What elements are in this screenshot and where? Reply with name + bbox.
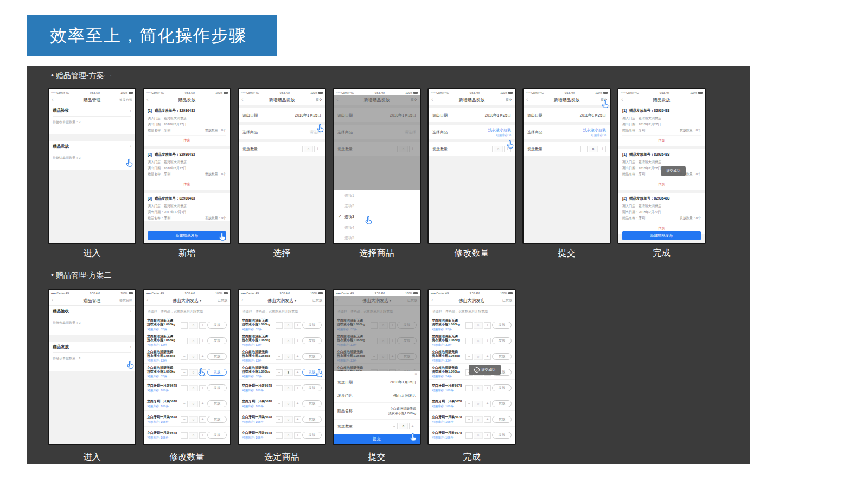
new-issue-button[interactable]: 新建赠品发放: [148, 231, 226, 240]
issue-button[interactable]: 发放: [492, 384, 512, 391]
minus-button[interactable]: −: [391, 423, 398, 429]
minus-button[interactable]: −: [276, 369, 283, 376]
minus-button[interactable]: −: [296, 146, 303, 152]
issue-button[interactable]: 发放: [492, 432, 512, 439]
minus-button[interactable]: −: [276, 338, 283, 344]
plus-button[interactable]: +: [294, 354, 301, 360]
picker-option[interactable]: ✓ 选项3: [334, 211, 420, 222]
plus-button[interactable]: +: [199, 354, 206, 360]
picker-option[interactable]: ✓ 选项1: [334, 190, 420, 201]
issued-link[interactable]: 已发放: [218, 296, 227, 305]
issue-button[interactable]: 发放: [492, 337, 512, 344]
issue-button[interactable]: 发放: [207, 432, 227, 439]
minus-button[interactable]: −: [181, 338, 188, 344]
minus-button[interactable]: −: [181, 322, 188, 329]
issue-button[interactable]: 发放: [207, 384, 227, 391]
issue-button[interactable]: 发放: [302, 432, 322, 439]
issue-button[interactable]: 发放: [207, 337, 227, 344]
minus-button[interactable]: −: [181, 432, 188, 439]
void-link[interactable]: 作废: [148, 135, 226, 146]
plus-button[interactable]: +: [294, 432, 301, 439]
plus-button[interactable]: +: [484, 416, 491, 423]
issue-button[interactable]: 发放: [492, 322, 512, 329]
manage-section[interactable]: 赠品验收 › 待验收单据数量：3: [49, 105, 135, 134]
minus-button[interactable]: −: [486, 146, 493, 152]
void-link[interactable]: 作废: [622, 135, 701, 146]
minus-button[interactable]: −: [276, 432, 283, 439]
plus-button[interactable]: +: [484, 354, 491, 360]
submit-link[interactable]: 提交: [316, 95, 322, 105]
minus-button[interactable]: −: [276, 385, 283, 391]
manage-section[interactable]: 赠品发放 › 待确认单据数量：3: [49, 141, 135, 170]
new-issue-button[interactable]: 新建赠品发放: [622, 231, 701, 240]
plus-button[interactable]: +: [484, 338, 491, 344]
plus-button[interactable]: +: [314, 146, 321, 152]
issue-button[interactable]: 发放: [492, 400, 512, 407]
minus-button[interactable]: −: [181, 385, 188, 391]
picker-option[interactable]: ✓ 选项5: [334, 233, 420, 243]
plus-button[interactable]: +: [294, 369, 301, 376]
minus-button[interactable]: −: [465, 416, 473, 423]
issue-button[interactable]: 发放: [302, 322, 322, 329]
ledger-link[interactable]: 签发台账: [119, 296, 132, 305]
minus-button[interactable]: −: [465, 322, 473, 329]
plus-button[interactable]: +: [294, 322, 301, 329]
issue-button[interactable]: 发放: [302, 400, 322, 407]
submit-link[interactable]: 提交: [506, 95, 512, 105]
issue-button[interactable]: 发放: [302, 416, 322, 423]
issued-link[interactable]: 已发放: [312, 296, 322, 305]
minus-button[interactable]: −: [181, 354, 188, 360]
issue-button[interactable]: 发放: [302, 384, 322, 391]
issue-button[interactable]: 发放: [207, 322, 227, 329]
plus-button[interactable]: +: [294, 416, 301, 423]
plus-button[interactable]: +: [199, 385, 206, 391]
plus-button[interactable]: +: [199, 322, 206, 329]
manage-section[interactable]: 赠品发放 › 待确认单据数量：3: [49, 342, 135, 371]
minus-button[interactable]: −: [276, 401, 283, 407]
plus-button[interactable]: +: [294, 385, 301, 391]
void-link[interactable]: 作废: [622, 179, 701, 190]
minus-button[interactable]: −: [465, 432, 473, 439]
form-row-product[interactable]: 选择商品 请选择: [239, 125, 325, 139]
minus-button[interactable]: −: [465, 338, 473, 344]
minus-button[interactable]: −: [276, 416, 283, 423]
plus-button[interactable]: +: [599, 146, 606, 152]
form-row-product[interactable]: 选择商品 洗衣液小瓶装 可用库存: 8: [524, 125, 610, 139]
plus-button[interactable]: +: [484, 401, 491, 407]
close-icon[interactable]: ×: [414, 372, 417, 376]
issue-button[interactable]: 发放: [302, 353, 322, 360]
plus-button[interactable]: +: [199, 401, 206, 407]
picker-option[interactable]: ✓ 选项2: [334, 201, 420, 211]
minus-button[interactable]: −: [276, 322, 283, 329]
void-link[interactable]: 作废: [148, 179, 226, 190]
plus-button[interactable]: +: [484, 322, 491, 329]
plus-button[interactable]: +: [199, 338, 206, 344]
minus-button[interactable]: −: [465, 354, 473, 360]
picker-option[interactable]: ✓ 选项4: [334, 222, 420, 233]
minus-button[interactable]: −: [465, 401, 473, 407]
minus-button[interactable]: −: [276, 354, 283, 360]
minus-button[interactable]: −: [181, 369, 188, 376]
plus-button[interactable]: +: [484, 385, 491, 391]
issue-button[interactable]: 发放: [207, 353, 227, 360]
manage-section[interactable]: 赠品验收 › 待验收单据数量：3: [49, 306, 135, 335]
minus-button[interactable]: −: [465, 385, 473, 391]
form-row-product[interactable]: 选择商品 洗衣液小瓶装 可用库存: 8: [429, 125, 515, 139]
issue-button[interactable]: 发放: [207, 400, 227, 407]
plus-button[interactable]: +: [294, 401, 301, 407]
plus-button[interactable]: +: [199, 416, 206, 423]
minus-button[interactable]: −: [181, 401, 188, 407]
ledger-link[interactable]: 签发台账: [119, 95, 132, 105]
submit-button[interactable]: 提交: [334, 434, 420, 444]
plus-button[interactable]: +: [199, 432, 206, 439]
issue-button[interactable]: 发放: [207, 369, 227, 376]
plus-button[interactable]: +: [409, 423, 416, 429]
issue-button[interactable]: 发放: [207, 416, 227, 423]
issue-button[interactable]: 发放: [492, 353, 512, 360]
issue-button[interactable]: 发放: [492, 416, 512, 423]
minus-button[interactable]: −: [181, 416, 188, 423]
plus-button[interactable]: +: [294, 338, 301, 344]
minus-button[interactable]: −: [580, 146, 588, 152]
issued-link[interactable]: 已发放: [502, 296, 512, 305]
plus-button[interactable]: +: [484, 432, 491, 439]
